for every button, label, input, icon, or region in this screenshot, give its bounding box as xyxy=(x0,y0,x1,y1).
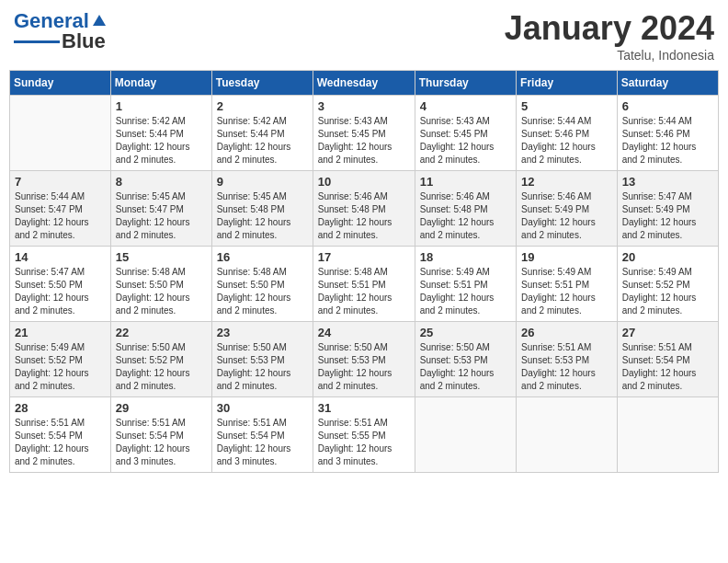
day-number: 20 xyxy=(622,250,713,264)
day-number: 28 xyxy=(15,401,106,415)
calendar-table: SundayMondayTuesdayWednesdayThursdayFrid… xyxy=(9,70,719,473)
day-number: 8 xyxy=(116,175,207,189)
day-cell: 30Sunrise: 5:51 AM Sunset: 5:54 PM Dayli… xyxy=(211,397,313,473)
column-header-friday: Friday xyxy=(517,71,618,96)
day-number: 1 xyxy=(116,99,207,113)
day-cell: 29Sunrise: 5:51 AM Sunset: 5:54 PM Dayli… xyxy=(110,397,211,473)
column-header-wednesday: Wednesday xyxy=(313,71,415,96)
day-number: 6 xyxy=(622,99,713,113)
day-cell: 2Sunrise: 5:42 AM Sunset: 5:44 PM Daylig… xyxy=(211,96,313,171)
day-info: Sunrise: 5:50 AM Sunset: 5:52 PM Dayligh… xyxy=(116,341,207,393)
day-number: 14 xyxy=(15,250,106,264)
day-number: 13 xyxy=(622,175,713,189)
day-info: Sunrise: 5:42 AM Sunset: 5:44 PM Dayligh… xyxy=(116,115,207,167)
day-info: Sunrise: 5:51 AM Sunset: 5:55 PM Dayligh… xyxy=(318,417,410,468)
day-info: Sunrise: 5:45 AM Sunset: 5:48 PM Dayligh… xyxy=(217,190,308,242)
day-cell: 22Sunrise: 5:50 AM Sunset: 5:52 PM Dayli… xyxy=(110,322,211,397)
week-row-4: 21Sunrise: 5:49 AM Sunset: 5:52 PM Dayli… xyxy=(10,322,719,397)
location: Tatelu, Indonesia xyxy=(505,48,714,63)
day-number: 29 xyxy=(116,401,207,415)
day-cell xyxy=(415,397,516,473)
day-info: Sunrise: 5:51 AM Sunset: 5:54 PM Dayligh… xyxy=(622,341,713,393)
day-number: 5 xyxy=(521,99,612,113)
day-info: Sunrise: 5:46 AM Sunset: 5:49 PM Dayligh… xyxy=(521,190,612,242)
day-info: Sunrise: 5:49 AM Sunset: 5:52 PM Dayligh… xyxy=(15,341,106,393)
day-info: Sunrise: 5:50 AM Sunset: 5:53 PM Dayligh… xyxy=(318,341,410,393)
day-number: 16 xyxy=(217,250,308,264)
title-section: January 2024 Tatelu, Indonesia xyxy=(505,9,714,63)
week-row-2: 7Sunrise: 5:44 AM Sunset: 5:47 PM Daylig… xyxy=(10,171,719,247)
day-number: 11 xyxy=(420,175,511,189)
column-header-saturday: Saturday xyxy=(617,71,718,96)
logo-blue: Blue xyxy=(62,29,106,53)
day-info: Sunrise: 5:48 AM Sunset: 5:50 PM Dayligh… xyxy=(116,266,207,317)
day-number: 19 xyxy=(521,250,612,264)
day-number: 7 xyxy=(15,175,106,189)
column-header-sunday: Sunday xyxy=(10,71,111,96)
column-header-thursday: Thursday xyxy=(415,71,516,96)
svg-marker-0 xyxy=(93,15,106,26)
day-cell: 21Sunrise: 5:49 AM Sunset: 5:52 PM Dayli… xyxy=(10,322,111,397)
day-info: Sunrise: 5:47 AM Sunset: 5:50 PM Dayligh… xyxy=(15,266,106,317)
day-number: 31 xyxy=(318,401,410,415)
day-cell: 19Sunrise: 5:49 AM Sunset: 5:51 PM Dayli… xyxy=(517,247,618,322)
day-number: 3 xyxy=(318,99,410,113)
page-header: General Blue January 2024 Tatelu, Indone… xyxy=(9,9,719,63)
day-info: Sunrise: 5:46 AM Sunset: 5:48 PM Dayligh… xyxy=(420,190,511,242)
header-row: SundayMondayTuesdayWednesdayThursdayFrid… xyxy=(10,71,719,96)
day-cell: 5Sunrise: 5:44 AM Sunset: 5:46 PM Daylig… xyxy=(517,96,618,171)
day-number: 10 xyxy=(318,175,410,189)
day-number: 27 xyxy=(622,326,713,339)
day-cell: 8Sunrise: 5:45 AM Sunset: 5:47 PM Daylig… xyxy=(110,171,211,247)
day-number: 15 xyxy=(116,250,207,264)
day-cell: 4Sunrise: 5:43 AM Sunset: 5:45 PM Daylig… xyxy=(415,96,516,171)
day-number: 23 xyxy=(217,326,308,339)
day-info: Sunrise: 5:46 AM Sunset: 5:48 PM Dayligh… xyxy=(318,190,410,242)
day-info: Sunrise: 5:45 AM Sunset: 5:47 PM Dayligh… xyxy=(116,190,207,242)
day-number: 30 xyxy=(217,401,308,415)
day-cell: 23Sunrise: 5:50 AM Sunset: 5:53 PM Dayli… xyxy=(211,322,313,397)
day-cell: 31Sunrise: 5:51 AM Sunset: 5:55 PM Dayli… xyxy=(313,397,415,473)
day-info: Sunrise: 5:49 AM Sunset: 5:51 PM Dayligh… xyxy=(521,266,612,317)
day-info: Sunrise: 5:44 AM Sunset: 5:46 PM Dayligh… xyxy=(521,115,612,167)
day-number: 17 xyxy=(318,250,410,264)
week-row-3: 14Sunrise: 5:47 AM Sunset: 5:50 PM Dayli… xyxy=(10,247,719,322)
week-row-5: 28Sunrise: 5:51 AM Sunset: 5:54 PM Dayli… xyxy=(10,397,719,473)
week-row-1: 1Sunrise: 5:42 AM Sunset: 5:44 PM Daylig… xyxy=(10,96,719,171)
day-cell: 20Sunrise: 5:49 AM Sunset: 5:52 PM Dayli… xyxy=(617,247,718,322)
day-info: Sunrise: 5:51 AM Sunset: 5:54 PM Dayligh… xyxy=(116,417,207,468)
day-info: Sunrise: 5:51 AM Sunset: 5:54 PM Dayligh… xyxy=(15,417,106,468)
day-cell: 3Sunrise: 5:43 AM Sunset: 5:45 PM Daylig… xyxy=(313,96,415,171)
day-cell xyxy=(517,397,618,473)
day-info: Sunrise: 5:44 AM Sunset: 5:47 PM Dayligh… xyxy=(15,190,106,242)
day-number: 26 xyxy=(521,326,612,339)
day-info: Sunrise: 5:43 AM Sunset: 5:45 PM Dayligh… xyxy=(420,115,511,167)
day-cell: 9Sunrise: 5:45 AM Sunset: 5:48 PM Daylig… xyxy=(211,171,313,247)
month-title: January 2024 xyxy=(505,9,714,48)
day-number: 12 xyxy=(521,175,612,189)
day-cell: 27Sunrise: 5:51 AM Sunset: 5:54 PM Dayli… xyxy=(617,322,718,397)
day-cell: 6Sunrise: 5:44 AM Sunset: 5:46 PM Daylig… xyxy=(617,96,718,171)
day-info: Sunrise: 5:49 AM Sunset: 5:51 PM Dayligh… xyxy=(420,266,511,317)
day-cell: 16Sunrise: 5:48 AM Sunset: 5:50 PM Dayli… xyxy=(211,247,313,322)
logo: General Blue xyxy=(14,9,108,53)
day-info: Sunrise: 5:48 AM Sunset: 5:50 PM Dayligh… xyxy=(217,266,308,317)
day-cell xyxy=(617,397,718,473)
day-cell: 14Sunrise: 5:47 AM Sunset: 5:50 PM Dayli… xyxy=(10,247,111,322)
day-number: 18 xyxy=(420,250,511,264)
day-number: 25 xyxy=(420,326,511,339)
day-cell: 10Sunrise: 5:46 AM Sunset: 5:48 PM Dayli… xyxy=(313,171,415,247)
day-number: 22 xyxy=(116,326,207,339)
day-cell: 26Sunrise: 5:51 AM Sunset: 5:53 PM Dayli… xyxy=(517,322,618,397)
day-number: 24 xyxy=(318,326,410,339)
day-cell: 12Sunrise: 5:46 AM Sunset: 5:49 PM Dayli… xyxy=(517,171,618,247)
column-header-tuesday: Tuesday xyxy=(211,71,313,96)
day-cell: 1Sunrise: 5:42 AM Sunset: 5:44 PM Daylig… xyxy=(110,96,211,171)
day-info: Sunrise: 5:51 AM Sunset: 5:53 PM Dayligh… xyxy=(521,341,612,393)
day-cell: 17Sunrise: 5:48 AM Sunset: 5:51 PM Dayli… xyxy=(313,247,415,322)
day-info: Sunrise: 5:50 AM Sunset: 5:53 PM Dayligh… xyxy=(217,341,308,393)
day-number: 2 xyxy=(217,99,308,113)
day-number: 9 xyxy=(217,175,308,189)
day-info: Sunrise: 5:49 AM Sunset: 5:52 PM Dayligh… xyxy=(622,266,713,317)
day-info: Sunrise: 5:51 AM Sunset: 5:54 PM Dayligh… xyxy=(217,417,308,468)
